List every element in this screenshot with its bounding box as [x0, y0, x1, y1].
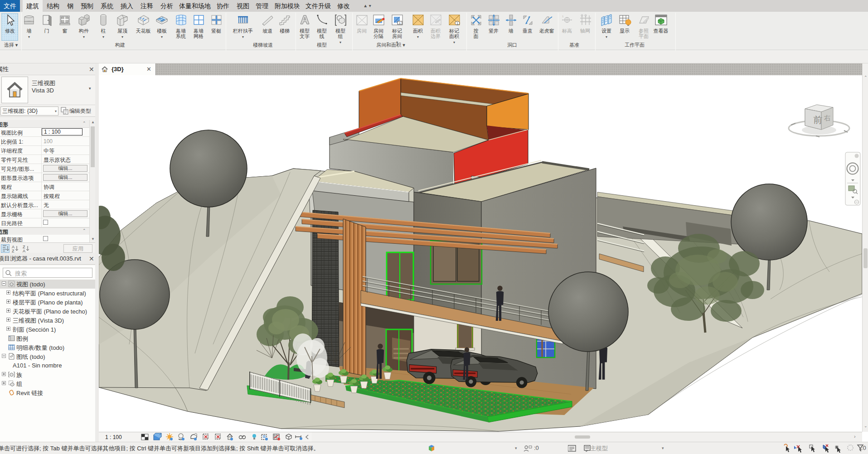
- svg-text:前: 前: [813, 115, 823, 125]
- svg-text:右: 右: [823, 114, 831, 122]
